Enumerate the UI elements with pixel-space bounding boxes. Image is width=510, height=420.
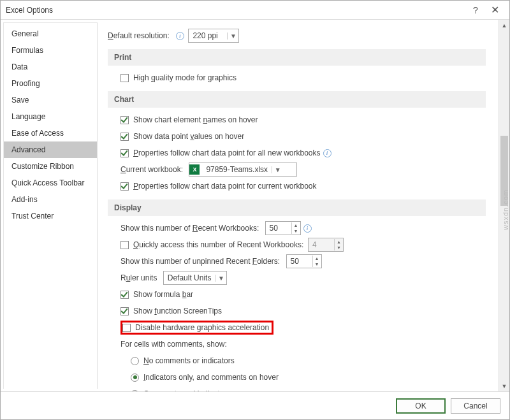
content-panel: Default resolution: 220 ppi ▼ Print High…: [98, 20, 499, 391]
quick-access-label: Quickly access this number of Recent Wor…: [133, 240, 303, 249]
formula-bar-checkbox[interactable]: [120, 291, 129, 299]
ruler-units-dropdown[interactable]: Default Units ▼: [163, 271, 228, 285]
comments-both-radio[interactable]: [131, 390, 139, 392]
info-icon[interactable]: [303, 224, 312, 233]
sidebar-item-ease-of-access[interactable]: Ease of Access: [4, 125, 97, 141]
watermark: wsxdn.com: [502, 189, 509, 229]
comments-indicators-radio[interactable]: [131, 373, 139, 382]
recent-workbooks-label: Show this number of Recent Workbooks:: [120, 224, 259, 233]
close-button[interactable]: ✕: [485, 4, 504, 16]
properties-all-checkbox[interactable]: [120, 149, 129, 157]
highlight-box: Disable hardware graphics acceleration: [120, 321, 273, 335]
scroll-down-icon[interactable]: ▼: [499, 380, 509, 391]
sidebar-item-formulas[interactable]: Formulas: [4, 42, 97, 59]
comments-none-radio[interactable]: [131, 357, 139, 365]
comments-none-label: No comments or indicators: [143, 356, 235, 365]
spin-up-icon: ▲: [292, 222, 300, 228]
comments-indicators-label: Indicators only, and comments on hover: [143, 373, 279, 382]
excel-icon: [189, 164, 200, 175]
function-tips-checkbox[interactable]: [120, 307, 129, 315]
sidebar-item-proofing[interactable]: Proofing: [4, 75, 97, 92]
show-element-names-checkbox[interactable]: [120, 116, 129, 124]
comments-heading: For cells with comments, show:: [120, 340, 227, 349]
high-quality-label: High quality mode for graphics: [133, 73, 237, 82]
sidebar-item-quick-access-toolbar[interactable]: Quick Access Toolbar: [4, 175, 97, 191]
ok-button[interactable]: OK: [396, 398, 446, 414]
window-title: Excel Options: [6, 6, 466, 15]
unpinned-folders-label: Show this number of unpinned Recent Fold…: [120, 257, 280, 266]
info-icon[interactable]: [323, 149, 332, 157]
current-workbook-label: Current workbook:: [120, 165, 183, 174]
ruler-units-label: Ruler units: [120, 273, 157, 282]
default-resolution-dropdown[interactable]: 220 ppi ▼: [188, 29, 239, 43]
sidebar: General Formulas Data Proofing Save Lang…: [3, 22, 98, 389]
sidebar-item-customize-ribbon[interactable]: Customize Ribbon: [4, 158, 97, 175]
unpinned-folders-spinner[interactable]: 50 ▲▼: [286, 254, 322, 268]
disable-hw-label: Disable hardware graphics acceleration: [135, 323, 269, 332]
sidebar-item-data[interactable]: Data: [4, 59, 97, 75]
properties-current-checkbox[interactable]: [120, 182, 129, 191]
chevron-down-icon: ▼: [272, 166, 283, 173]
sidebar-item-language[interactable]: Language: [4, 108, 97, 125]
section-print: Print: [108, 49, 486, 66]
help-button[interactable]: ?: [466, 5, 485, 15]
current-workbook-dropdown[interactable]: 97859-Teams.xlsx ▼: [189, 163, 297, 177]
properties-all-label: Properties follow chart data point for a…: [133, 148, 321, 157]
show-data-point-checkbox[interactable]: [120, 133, 129, 141]
formula-bar-label: Show formula bar: [133, 290, 193, 299]
disable-hw-checkbox[interactable]: [122, 324, 131, 332]
sidebar-item-general[interactable]: General: [4, 25, 97, 42]
titlebar: Excel Options ? ✕: [1, 1, 509, 20]
footer: OK Cancel: [1, 391, 509, 419]
section-display: Display: [108, 199, 486, 216]
chevron-down-icon: ▼: [227, 33, 238, 40]
recent-workbooks-spinner[interactable]: 50 ▲▼: [265, 221, 301, 235]
function-tips-label: Show function ScreenTips: [133, 307, 222, 315]
info-icon[interactable]: [176, 32, 184, 40]
high-quality-row: High quality mode for graphics: [108, 71, 486, 85]
quick-access-checkbox[interactable]: [120, 241, 129, 249]
scroll-up-icon[interactable]: ▲: [499, 20, 509, 31]
body: General Formulas Data Proofing Save Lang…: [1, 20, 509, 391]
properties-current-label: Properties follow chart data point for c…: [133, 182, 316, 191]
cancel-button[interactable]: Cancel: [451, 398, 500, 414]
show-element-names-label: Show chart element names on hover: [133, 115, 258, 124]
default-resolution-label: Default resolution:: [108, 31, 170, 40]
sidebar-item-advanced[interactable]: Advanced: [4, 141, 97, 158]
high-quality-checkbox[interactable]: [120, 74, 129, 82]
excel-options-window: Excel Options ? ✕ General Formulas Data …: [0, 0, 510, 420]
section-chart: Chart: [108, 91, 486, 108]
comments-both-label: Comments and indicators: [143, 389, 230, 391]
sidebar-item-save[interactable]: Save: [4, 92, 97, 108]
sidebar-item-trust-center[interactable]: Trust Center: [4, 208, 97, 224]
sidebar-item-add-ins[interactable]: Add-ins: [4, 191, 97, 208]
quick-access-spinner: 4 ▲▼: [308, 238, 344, 252]
spin-down-icon: ▼: [292, 228, 300, 234]
default-resolution-row: Default resolution: 220 ppi ▼: [108, 29, 486, 43]
chevron-down-icon: ▼: [215, 275, 226, 282]
show-data-point-label: Show data point values on hover: [133, 132, 244, 141]
